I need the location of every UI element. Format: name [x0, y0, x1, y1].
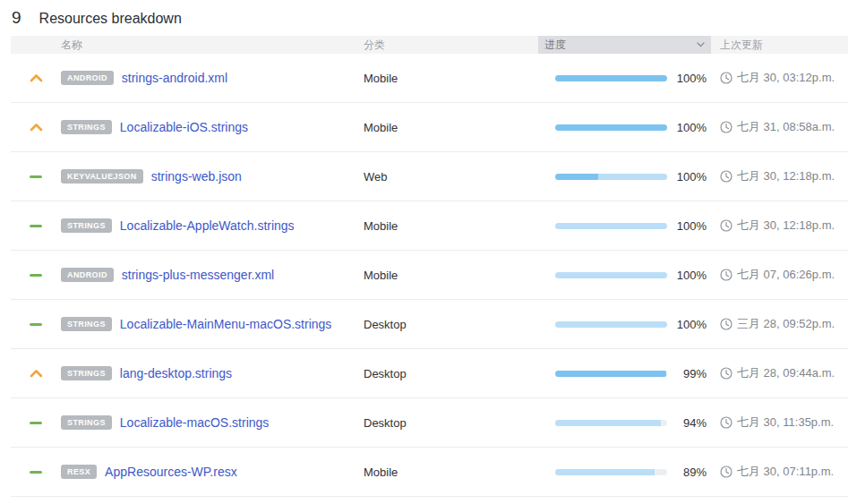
progress-bar: [555, 420, 667, 426]
progress-cell: 100%: [538, 219, 711, 233]
category-cell: Desktop: [364, 318, 538, 331]
progress-cell: 89%: [538, 466, 711, 479]
file-link[interactable]: Localizable-iOS.strings: [120, 120, 248, 134]
row-toggle[interactable]: [30, 369, 43, 378]
file-link[interactable]: lang-desktop.strings: [120, 366, 232, 380]
chevron-up-icon: [30, 123, 43, 132]
percent-label: 99%: [683, 367, 707, 380]
category-cell: Mobile: [364, 219, 538, 233]
row-toggle[interactable]: [30, 73, 43, 82]
progress-segment: [555, 223, 667, 229]
format-badge: STRINGS: [61, 415, 112, 430]
category-cell: Desktop: [364, 416, 538, 430]
name-cell: STRINGS Localizable-iOS.strings: [61, 120, 364, 134]
updated-label: 七月 30, 11:35p.m.: [737, 414, 834, 431]
progress-cell: 100%: [538, 318, 711, 331]
table-body: ANDROID strings-android.xml Mobile 100% …: [11, 54, 848, 497]
clock-icon: [720, 219, 732, 232]
updated-cell: 七月 31, 08:58a.m.: [711, 119, 848, 135]
name-cell: STRINGS Localizable-AppleWatch.strings: [61, 218, 364, 233]
progress-segment: [598, 174, 668, 180]
dash-icon: [30, 225, 42, 227]
percent-label: 89%: [683, 466, 707, 479]
updated-label: 七月 28, 09:44a.m.: [737, 365, 835, 381]
page-number: 9: [12, 8, 21, 28]
dash-icon: [30, 175, 42, 178]
table-row: RESX AppResources-WP.resx Mobile 89% 七月 …: [11, 448, 848, 497]
name-cell: STRINGS lang-desktop.strings: [61, 366, 364, 380]
category-cell: Web: [364, 170, 538, 184]
progress-segment: [555, 420, 661, 426]
progress-bar: [555, 272, 667, 278]
format-badge: STRINGS: [61, 366, 112, 380]
row-toggle[interactable]: [30, 123, 43, 132]
format-badge: STRINGS: [61, 218, 112, 233]
percent-label: 100%: [677, 219, 707, 233]
dash-icon: [30, 422, 42, 424]
updated-cell: 七月 30, 12:18p.m.: [711, 168, 848, 184]
category-cell: Mobile: [364, 466, 538, 479]
chevron-up-icon: [30, 369, 43, 378]
updated-cell: 七月 07, 06:26p.m.: [711, 267, 848, 283]
file-link[interactable]: Localizable-AppleWatch.strings: [120, 218, 295, 233]
file-link[interactable]: strings-android.xml: [122, 71, 227, 85]
table-row: KEYVALUEJSON strings-web.json Web 100% 七…: [11, 152, 848, 201]
progress-cell: 94%: [538, 416, 711, 430]
name-cell: ANDROID strings-plus-messenger.xml: [61, 268, 364, 282]
category-cell: Desktop: [364, 367, 538, 380]
progress-segment: [555, 174, 598, 180]
progress-segment: [555, 321, 667, 328]
name-cell: ANDROID strings-android.xml: [61, 71, 364, 85]
name-cell: RESX AppResources-WP.resx: [61, 465, 364, 479]
progress-filter-select[interactable]: 进度: [538, 36, 711, 54]
dash-icon: [30, 471, 42, 474]
dash-icon: [30, 323, 42, 326]
table-row: STRINGS Localizable-AppleWatch.strings M…: [11, 201, 848, 251]
format-badge: KEYVALUEJSON: [61, 169, 143, 184]
row-toggle[interactable]: [30, 225, 42, 227]
page-title: Resources breakdown: [39, 11, 182, 27]
column-header-name: 名称: [61, 38, 364, 53]
progress-segment: [555, 371, 666, 377]
updated-label: 七月 30, 07:11p.m.: [737, 464, 834, 480]
updated-cell: 七月 30, 03:12p.m.: [711, 70, 848, 86]
table-row: STRINGS Localizable-MainMenu-macOS.strin…: [11, 300, 848, 349]
name-cell: KEYVALUEJSON strings-web.json: [61, 169, 364, 184]
updated-label: 七月 30, 12:18p.m.: [737, 218, 835, 234]
table-row: ANDROID strings-plus-messenger.xml Mobil…: [11, 251, 848, 300]
name-cell: STRINGS Localizable-MainMenu-macOS.strin…: [61, 317, 364, 331]
progress-bar: [555, 124, 667, 131]
updated-label: 七月 07, 06:26p.m.: [737, 267, 835, 283]
category-cell: Mobile: [364, 121, 538, 134]
progress-segment: [555, 272, 667, 278]
clock-icon: [720, 367, 732, 380]
progress-bar: [555, 371, 667, 377]
clock-icon: [720, 269, 732, 281]
file-link[interactable]: Localizable-MainMenu-macOS.strings: [120, 317, 332, 331]
format-badge: STRINGS: [61, 317, 112, 331]
column-header-updated: 上次更新: [711, 38, 848, 53]
row-toggle[interactable]: [30, 422, 42, 424]
row-toggle[interactable]: [30, 274, 42, 277]
updated-cell: 七月 28, 09:44a.m.: [711, 365, 848, 381]
column-header-category: 分类: [364, 38, 538, 53]
file-link[interactable]: AppResources-WP.resx: [105, 465, 237, 479]
chevron-down-icon: [697, 42, 705, 47]
format-badge: RESX: [61, 465, 97, 479]
clock-icon: [720, 121, 732, 133]
format-badge: ANDROID: [61, 71, 114, 85]
file-link[interactable]: Localizable-macOS.strings: [120, 415, 270, 430]
table-row: STRINGS Localizable-iOS.strings Mobile 1…: [11, 103, 848, 152]
progress-bar: [555, 174, 667, 180]
percent-label: 100%: [677, 72, 707, 85]
row-toggle[interactable]: [30, 471, 42, 474]
row-toggle[interactable]: [30, 175, 42, 178]
column-header-progress: 进度: [544, 38, 566, 53]
row-toggle[interactable]: [30, 323, 42, 326]
file-link[interactable]: strings-plus-messenger.xml: [122, 268, 274, 282]
format-badge: STRINGS: [61, 120, 112, 134]
progress-bar: [555, 321, 667, 328]
name-cell: STRINGS Localizable-macOS.strings: [61, 415, 364, 430]
clock-icon: [720, 318, 732, 330]
file-link[interactable]: strings-web.json: [151, 169, 242, 184]
